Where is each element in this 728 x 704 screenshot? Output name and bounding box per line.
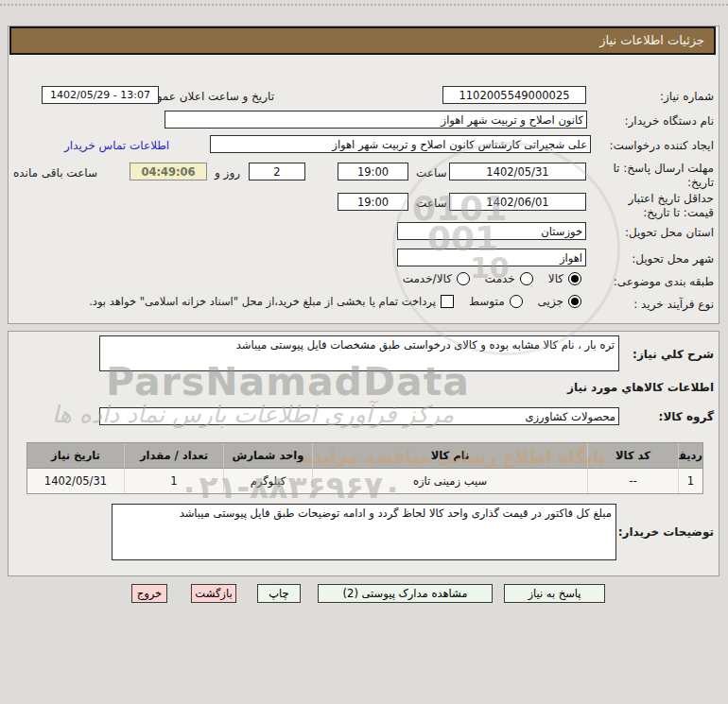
validity-label: حداقل تاریخ اعتبار قیمت: تا تاریخ: <box>602 192 714 220</box>
creator-input[interactable] <box>210 135 591 153</box>
province-input[interactable] <box>397 222 586 240</box>
radio-option-partial[interactable]: جزیی <box>538 295 581 308</box>
radio-option-label: خدمت <box>485 272 515 285</box>
validity-time-input[interactable] <box>338 193 408 211</box>
general-description-textarea[interactable]: تره بار ، نام کالا مشابه بوده و کالای در… <box>99 335 619 371</box>
radio-icon[interactable] <box>520 272 533 285</box>
classification-label: طبقه بندی موضوعی: <box>614 275 714 288</box>
process-type-radio-group: جزیی متوسط پرداخت تمام یا بخشی از مبلغ خ… <box>89 295 581 308</box>
radio-icon[interactable] <box>510 295 523 308</box>
column-header-unit: واحد شمارش <box>223 443 312 469</box>
deadline-date-input[interactable] <box>449 163 586 180</box>
radio-option-label: کالا <box>548 272 563 285</box>
column-header-item-name: نام کالا <box>312 443 587 469</box>
radio-icon[interactable] <box>457 272 470 285</box>
treasury-checkbox-label: پرداخت تمام یا بخشی از مبلغ خرید،از محل … <box>89 295 436 308</box>
buyer-notes-label: توضیحات خریدار: <box>618 525 714 539</box>
classification-radio-group: کالا خدمت کالا/خدمت <box>403 272 581 285</box>
page-title: جزئیات اطلاعات نیاز <box>9 26 716 55</box>
respond-to-need-button[interactable]: پاسخ به نیاز <box>504 584 605 603</box>
city-input[interactable] <box>397 249 586 266</box>
radio-option-service[interactable]: خدمت <box>485 272 533 285</box>
treasury-checkbox-option[interactable]: پرداخت تمام یا بخشی از مبلغ خرید،از محل … <box>89 295 454 308</box>
view-attached-docs-button[interactable]: مشاهده مدارک پیوستی (2) <box>318 584 493 603</box>
buyer-org-input[interactable] <box>165 111 587 129</box>
deadline-hour-label: ساعت <box>416 166 447 180</box>
remaining-time-input[interactable] <box>130 163 207 180</box>
back-button[interactable]: بازگشت <box>191 584 236 603</box>
goods-group-input[interactable] <box>99 407 619 425</box>
print-button[interactable]: چاپ <box>257 584 301 603</box>
general-description-label: شرح کلي نیاز: <box>633 348 714 361</box>
deadline-label: مهلت ارسال پاسخ: تا تاریخ: <box>602 162 714 190</box>
need-number-input[interactable] <box>442 86 586 104</box>
column-header-row-number: ردیف <box>678 443 702 469</box>
radio-option-medium[interactable]: متوسط <box>469 295 523 308</box>
checkbox-icon[interactable] <box>441 295 454 308</box>
radio-selected-icon[interactable] <box>568 272 581 285</box>
buyer-contact-link[interactable]: اطلاعات تماس خریدار <box>64 139 169 152</box>
process-type-label: نوع فرآیند خرید : <box>633 298 714 311</box>
column-header-quantity: تعداد / مقدار <box>124 443 223 469</box>
days-and-label: روز و <box>215 166 240 180</box>
radio-option-label: متوسط <box>469 295 505 308</box>
deadline-time-input[interactable] <box>338 163 408 180</box>
cell-need-date: 1402/05/31 <box>27 469 124 493</box>
buyer-notes-textarea[interactable]: مبلغ کل فاکتور در قیمت گذاری واحد کالا ل… <box>112 504 616 560</box>
radio-option-label: جزیی <box>538 295 563 308</box>
goods-table: ردیف کد کالا نام کالا واحد شمارش تعداد /… <box>26 442 703 494</box>
radio-selected-icon[interactable] <box>568 295 581 308</box>
radio-option-goods[interactable]: کالا <box>548 272 581 285</box>
buyer-org-label: نام دستگاه خریدار: <box>625 114 715 128</box>
radio-option-goods-service[interactable]: کالا/خدمت <box>403 272 470 285</box>
cell-quantity: 1 <box>124 469 223 493</box>
cell-row-number: 1 <box>678 469 702 493</box>
radio-option-label: کالا/خدمت <box>403 272 452 285</box>
cell-item-code: -- <box>587 469 678 493</box>
city-label: شهر محل تحویل: <box>632 252 714 266</box>
creator-label: ایجاد کننده درخواست: <box>609 139 714 152</box>
cell-unit: کیلوگرم <box>223 469 312 493</box>
province-label: استان محل تحویل: <box>625 226 714 239</box>
goods-info-heading: اطلاعات کالاهاي مورد نیاز <box>567 381 714 394</box>
announce-datetime-input[interactable] <box>42 86 159 104</box>
validity-date-input[interactable] <box>449 193 586 211</box>
top-dotted-divider <box>0 4 728 6</box>
goods-group-label: گروه کالا: <box>659 410 714 423</box>
exit-button[interactable]: خروج <box>131 584 167 603</box>
validity-hour-label: ساعت <box>416 197 447 210</box>
table-row[interactable]: 1 -- سیب زمینی تازه کیلوگرم 1 1402/05/31 <box>27 469 702 493</box>
column-header-item-code: کد کالا <box>587 443 678 469</box>
remaining-days-input[interactable] <box>249 163 305 180</box>
cell-item-name: سیب زمینی تازه <box>312 469 587 493</box>
remaining-label: ساعت باقی مانده <box>13 166 97 180</box>
column-header-need-date: تاریخ نیاز <box>27 443 124 469</box>
goods-table-header-row: ردیف کد کالا نام کالا واحد شمارش تعداد /… <box>27 443 702 469</box>
need-number-label: شماره نیاز: <box>660 90 714 103</box>
